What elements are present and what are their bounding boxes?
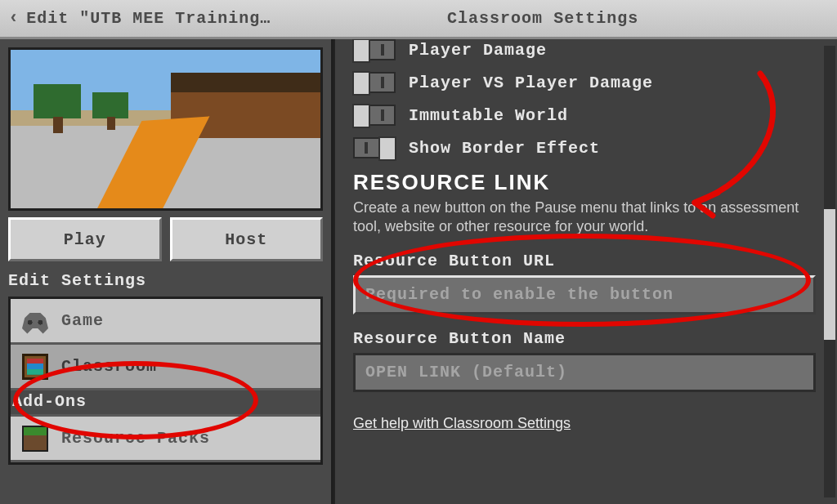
scrollbar[interactable] xyxy=(824,46,835,497)
scroll-thumb[interactable] xyxy=(824,209,835,340)
edit-settings-label: Edit Settings xyxy=(8,271,323,290)
toggle-pvp-damage[interactable] xyxy=(353,72,396,93)
grass-block-icon xyxy=(22,426,48,452)
header-title[interactable]: Edit "UTB MEE Training… xyxy=(26,9,271,28)
back-button[interactable]: ‹ xyxy=(8,7,26,30)
settings-item-game[interactable]: Game xyxy=(11,299,320,345)
play-button[interactable]: Play xyxy=(8,217,162,261)
bookshelf-icon xyxy=(22,354,48,380)
header-center-title: Classroom Settings xyxy=(447,9,638,28)
host-button[interactable]: Host xyxy=(170,217,324,261)
world-preview xyxy=(8,47,323,211)
toggle-label: Show Border Effect xyxy=(409,139,600,158)
addons-label: Add-Ons xyxy=(11,390,320,417)
settings-item-label: Resource Packs xyxy=(61,429,210,448)
toggle-player-damage[interactable] xyxy=(353,39,396,60)
resource-name-input[interactable] xyxy=(353,353,816,392)
controller-icon xyxy=(22,308,48,334)
toggle-label: Immutable World xyxy=(409,106,568,125)
settings-item-classroom[interactable]: Classroom xyxy=(11,345,320,390)
help-link[interactable]: Get help with Classroom Settings xyxy=(353,415,571,432)
resource-url-label: Resource Button URL xyxy=(353,252,816,270)
toggle-label: Player Damage xyxy=(409,41,547,60)
resource-url-input[interactable] xyxy=(353,275,816,314)
resource-link-description: Create a new button on the Pause menu th… xyxy=(353,198,816,237)
header-bar: ‹ Edit "UTB MEE Training… Classroom Sett… xyxy=(0,0,837,39)
edit-settings-list: Game Classroom Add-Ons Resource Packs xyxy=(8,297,323,465)
left-panel: Play Host Edit Settings Game Classroom A… xyxy=(0,39,333,504)
toggle-immutable-world[interactable] xyxy=(353,105,396,126)
resource-name-label: Resource Button Name xyxy=(353,329,816,348)
toggle-show-border-effect[interactable] xyxy=(353,137,396,158)
resource-link-heading: RESOURCE LINK xyxy=(353,170,816,195)
toggle-label: Player VS Player Damage xyxy=(409,74,653,92)
right-panel: Player Damage Player VS Player Damage Im… xyxy=(333,39,837,504)
settings-item-label: Classroom xyxy=(61,357,157,376)
settings-item-label: Game xyxy=(61,311,104,330)
settings-item-resource-packs[interactable]: Resource Packs xyxy=(11,417,320,462)
